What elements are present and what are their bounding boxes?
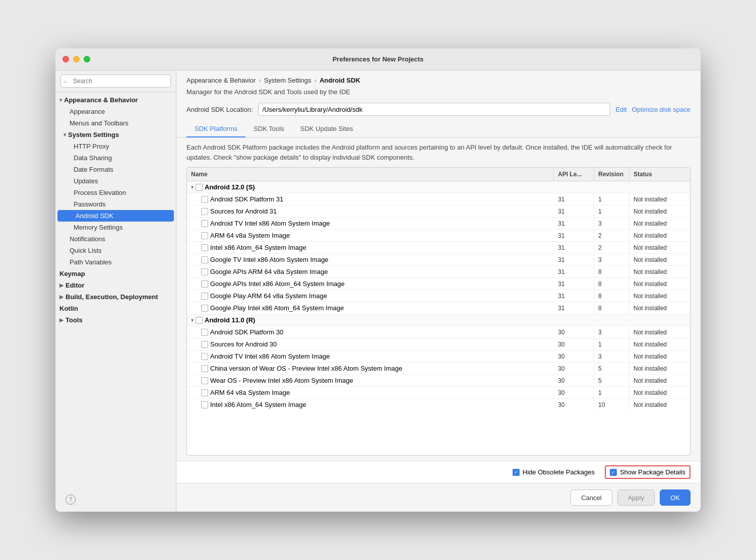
sidebar-item-tools[interactable]: ▶ Tools: [55, 314, 176, 326]
cancel-button[interactable]: Cancel: [571, 489, 612, 506]
item-checkbox[interactable]: [201, 353, 208, 360]
sdk-optimize-link[interactable]: Optimize disk space: [632, 106, 690, 113]
sidebar-item-quick-lists[interactable]: Quick Lists: [55, 245, 176, 256]
sidebar-item-memory-settings[interactable]: Memory Settings: [55, 222, 176, 233]
ok-button[interactable]: OK: [660, 489, 690, 506]
sidebar-item-passwords[interactable]: Passwords: [55, 198, 176, 210]
sidebar-section-label: Appearance & Behavior: [64, 96, 138, 104]
item-checkbox[interactable]: [201, 389, 208, 396]
tab-sdk-update-sites[interactable]: SDK Update Sites: [292, 121, 361, 137]
sidebar-item-process-elevation[interactable]: Process Elevation: [55, 187, 176, 198]
item-status: Not installed: [629, 254, 690, 265]
item-status: Not installed: [629, 194, 690, 205]
item-checkbox[interactable]: [201, 208, 208, 215]
item-name: Android SDK Platform 31: [210, 195, 283, 203]
sdk-info-text: Each Android SDK Platform package includ…: [176, 137, 701, 167]
group-status: [629, 318, 690, 322]
item-checkbox[interactable]: [201, 341, 208, 348]
item-checkbox[interactable]: [201, 401, 208, 408]
row-name-cell: China version of Wear OS - Preview Intel…: [187, 363, 554, 374]
sidebar-item-keymap[interactable]: Keymap: [55, 268, 176, 279]
item-revision: 8: [594, 266, 629, 277]
item-checkbox[interactable]: [201, 232, 208, 239]
item-checkbox[interactable]: [201, 244, 208, 251]
table-row: Sources for Android 30 30 1 Not installe…: [187, 338, 690, 351]
breadcrumb-system-settings: System Settings: [264, 77, 311, 84]
sidebar-item-notifications[interactable]: Notifications: [55, 233, 176, 245]
sidebar-item-kotlin[interactable]: Kotlin: [55, 303, 176, 314]
sidebar-item-appearance[interactable]: Appearance: [55, 106, 176, 117]
show-package-details-option[interactable]: ✓ Show Package Details: [605, 465, 690, 479]
item-status: Not installed: [629, 363, 690, 374]
item-checkbox[interactable]: [201, 365, 208, 372]
show-package-details-checkbox[interactable]: ✓: [610, 469, 617, 476]
item-revision: 5: [594, 375, 629, 386]
apply-button[interactable]: Apply: [617, 489, 655, 506]
item-checkbox[interactable]: [201, 305, 208, 312]
sidebar-item-menus-toolbars[interactable]: Menus and Toolbars: [55, 117, 176, 129]
sidebar-item-path-variables[interactable]: Path Variables: [55, 256, 176, 268]
item-checkbox[interactable]: [201, 377, 208, 384]
sdk-edit-link[interactable]: Edit: [615, 106, 626, 113]
item-revision: 1: [594, 339, 629, 350]
sdk-location-row: Android SDK Location: Edit Optimize disk…: [176, 101, 701, 121]
item-checkbox[interactable]: [201, 256, 208, 263]
minimize-button[interactable]: [73, 56, 80, 62]
item-checkbox[interactable]: [201, 196, 208, 203]
sidebar-item-data-sharing[interactable]: Data Sharing: [55, 152, 176, 164]
table-row: Sources for Android 31 31 1 Not installe…: [187, 205, 690, 218]
sdk-table-header: Name API Le... Revision Status: [187, 168, 690, 181]
sidebar-item-updates[interactable]: Updates: [55, 175, 176, 187]
item-checkbox[interactable]: [201, 268, 208, 275]
item-checkbox[interactable]: [201, 281, 208, 288]
search-input[interactable]: [60, 75, 171, 88]
item-checkbox[interactable]: [201, 293, 208, 300]
table-row: China version of Wear OS - Preview Intel…: [187, 363, 690, 375]
search-icon: ⌕: [64, 78, 68, 84]
sidebar-item-android-sdk[interactable]: Android SDK: [57, 210, 174, 222]
sdk-location-label: Android SDK Location:: [186, 106, 253, 113]
item-checkbox[interactable]: [201, 329, 208, 336]
item-revision: 8: [594, 303, 629, 314]
chevron-down-icon: ▾: [64, 132, 66, 137]
item-status: Not installed: [629, 375, 690, 386]
item-status: Not installed: [629, 291, 690, 302]
sidebar-item-http-proxy[interactable]: HTTP Proxy: [55, 141, 176, 152]
hide-obsolete-checkbox[interactable]: ✓: [513, 469, 520, 476]
maximize-button[interactable]: [84, 56, 90, 62]
content-area: ⌕ ▾ Appearance & Behavior Appearance Men…: [55, 71, 701, 512]
titlebar: Preferences for New Projects: [55, 48, 701, 71]
row-name-cell: Sources for Android 31: [187, 205, 554, 217]
item-api: 31: [554, 218, 594, 229]
group-checkbox[interactable]: [196, 317, 203, 324]
sidebar-item-editor[interactable]: ▶ Editor: [55, 279, 176, 291]
chevron-down-icon: ▾: [59, 97, 62, 103]
group-revision: [594, 185, 629, 189]
item-status: Not installed: [629, 303, 690, 314]
sidebar-item-system-settings[interactable]: ▾ System Settings: [55, 129, 176, 141]
tab-sdk-tools[interactable]: SDK Tools: [245, 121, 292, 137]
build-label: Build, Execution, Deployment: [66, 293, 158, 301]
buttons-row: ? Cancel Apply OK: [176, 483, 701, 512]
sidebar-item-build-execution[interactable]: ▶ Build, Execution, Deployment: [55, 291, 176, 303]
row-name-cell: Android SDK Platform 31: [187, 193, 554, 205]
item-api: 31: [554, 194, 594, 205]
item-status: Not installed: [629, 218, 690, 229]
item-name: Android TV Intel x86 Atom System Image: [210, 220, 330, 227]
col-status: Status: [629, 168, 690, 181]
sdk-location-input[interactable]: [258, 103, 611, 116]
row-name-cell: Sources for Android 30: [187, 338, 554, 350]
chevron-right-icon: ▶: [59, 317, 64, 323]
item-api: 30: [554, 375, 594, 386]
item-checkbox[interactable]: [201, 220, 208, 227]
item-status: Not installed: [629, 206, 690, 217]
table-row: Wear OS - Preview Intel x86 Atom System …: [187, 375, 690, 387]
tab-sdk-platforms[interactable]: SDK Platforms: [186, 121, 245, 137]
item-api: 31: [554, 230, 594, 241]
sidebar-item-appearance-behavior[interactable]: ▾ Appearance & Behavior: [55, 94, 176, 106]
hide-obsolete-option[interactable]: ✓ Hide Obsolete Packages: [513, 468, 595, 476]
group-checkbox[interactable]: [196, 184, 203, 191]
sidebar-item-date-formats[interactable]: Date Formats: [55, 164, 176, 175]
item-revision: 8: [594, 278, 629, 290]
close-button[interactable]: [62, 56, 69, 62]
